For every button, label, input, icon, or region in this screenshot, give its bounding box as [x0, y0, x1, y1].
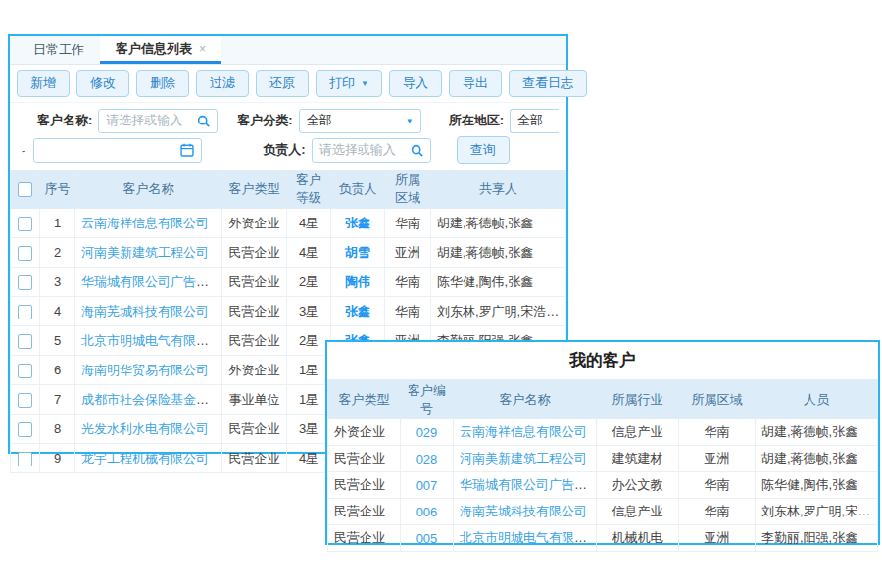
owner-link[interactable]: 胡雪: [345, 245, 370, 260]
import-button[interactable]: 导入: [389, 70, 442, 97]
table-header-row: 序号客户名称客户类型客户等级负责人所属区域共享人: [11, 171, 566, 209]
cell-people: 胡建,蒋德帧,张鑫: [756, 446, 878, 472]
row-checkbox[interactable]: [18, 422, 32, 437]
print-button[interactable]: 打印 ▼: [316, 70, 382, 97]
customer-name-link[interactable]: 海南明华贸易有限公司: [81, 363, 209, 377]
customer-name-link[interactable]: 云南海祥信息有限公司: [460, 424, 587, 439]
cell-type: 民营企业: [222, 297, 287, 326]
customer-name-link[interactable]: 海南芜城科技有限公司: [81, 304, 209, 318]
customer-name-link[interactable]: 成都市社会保险基金管理...: [81, 392, 222, 407]
column-header: 客户类型: [328, 380, 401, 419]
table-row: 民营企业006海南芜城科技有限公司信息产业华南刘东林,罗广明,宋浩然,...: [328, 499, 878, 525]
customer-name-link[interactable]: 北京市明城电气有限公司: [460, 530, 597, 545]
view-log-button[interactable]: 查看日志: [509, 70, 587, 97]
region-select[interactable]: 全部: [510, 109, 559, 133]
cell-name: 云南海祥信息有限公司: [75, 209, 222, 238]
row-checkbox[interactable]: [18, 305, 32, 319]
owner-link[interactable]: 张鑫: [345, 304, 370, 318]
customer-name-input[interactable]: 请选择或输入: [98, 109, 218, 133]
search-icon[interactable]: [197, 115, 210, 127]
customer-category-select[interactable]: 全部 ▼: [299, 109, 421, 133]
tab-label: 日常工作: [33, 41, 84, 59]
cell-region: 亚洲: [679, 446, 756, 472]
customer-name-link[interactable]: 海南芜城科技有限公司: [460, 504, 587, 518]
customer-name-link[interactable]: 华瑞城有限公司广告设计部: [81, 274, 222, 289]
table-row: 外资企业029云南海祥信息有限公司信息产业华南胡建,蒋德帧,张鑫: [328, 419, 878, 446]
close-icon[interactable]: ×: [199, 43, 206, 55]
query-button[interactable]: 查询: [457, 136, 510, 164]
cell-type: 民营企业: [328, 472, 401, 499]
customer-code-link[interactable]: 006: [416, 505, 438, 519]
column-header: 所属行业: [597, 380, 679, 419]
select-all-checkbox[interactable]: [18, 182, 32, 197]
customer-code-link[interactable]: 029: [416, 425, 438, 440]
table-row: 民营企业005北京市明城电气有限公司机械机电亚洲李勤丽,阳强,张鑫: [328, 525, 878, 552]
row-checkbox[interactable]: [18, 452, 32, 466]
cell-shared: 胡建,蒋德帧,张鑫: [431, 238, 566, 268]
cell-people: 刘东林,罗广明,宋浩然,...: [756, 499, 878, 525]
row-checkbox[interactable]: [18, 334, 32, 349]
cell-name: 河南美新建筑工程公司: [454, 446, 597, 472]
cell-industry: 机械机电: [597, 525, 679, 552]
customer-name-link[interactable]: 龙宇工程机械有限公司: [81, 451, 209, 466]
filter-button[interactable]: 过滤: [196, 70, 249, 97]
checkbox-cell: [11, 385, 40, 415]
cell-people: 胡建,蒋德帧,张鑫: [756, 419, 878, 446]
owner-input[interactable]: 请选择或输入: [312, 138, 431, 163]
row-checkbox[interactable]: [18, 393, 32, 408]
table-row: 4海南芜城科技有限公司民营企业3星张鑫华南刘东林,罗广明,宋浩然,张鑫: [11, 297, 566, 326]
tab-daily-work[interactable]: 日常工作: [18, 36, 100, 64]
chevron-down-icon: ▼: [406, 117, 414, 125]
delete-button[interactable]: 删除: [136, 70, 189, 97]
edit-button[interactable]: 修改: [76, 70, 129, 97]
column-header: 负责人: [331, 171, 385, 209]
row-checkbox[interactable]: [18, 246, 32, 261]
cell-industry: 办公文教: [597, 472, 679, 499]
cell-industry: 信息产业: [597, 419, 679, 446]
customer-name-link[interactable]: 河南美新建筑工程公司: [81, 245, 209, 260]
customer-code-link[interactable]: 005: [416, 531, 438, 546]
cell-owner: 张鑫: [331, 297, 385, 326]
my-customers-window: 我的客户 客户类型客户编号客户名称所属行业所属区域人员 外资企业029云南海祥信…: [325, 340, 880, 545]
date-input[interactable]: [33, 138, 202, 163]
row-checkbox[interactable]: [18, 275, 32, 290]
cell-level: 1星: [287, 385, 331, 415]
cell-level: 1星: [287, 356, 331, 385]
cell-seq: 5: [40, 326, 75, 356]
cell-name: 华瑞城有限公司广告设计部: [75, 268, 222, 297]
customer-name-link[interactable]: 北京市明城电气有限公司: [81, 333, 221, 348]
cell-code: 029: [401, 419, 454, 446]
cell-level: 4星: [287, 444, 331, 473]
customer-code-link[interactable]: 007: [416, 478, 438, 493]
tab-customer-info-list[interactable]: 客户信息列表 ×: [100, 36, 221, 64]
row-checkbox[interactable]: [18, 217, 32, 231]
cell-type: 民营企业: [328, 446, 401, 472]
cell-level: 2星: [287, 326, 331, 356]
my-customers-table-body: 外资企业029云南海祥信息有限公司信息产业华南胡建,蒋德帧,张鑫民营企业028河…: [328, 419, 878, 552]
calendar-icon[interactable]: [180, 143, 194, 157]
customer-code-link[interactable]: 028: [416, 452, 438, 466]
owner-link[interactable]: 陶伟: [345, 274, 370, 289]
row-checkbox[interactable]: [18, 364, 32, 378]
export-button[interactable]: 导出: [449, 70, 502, 97]
cell-region: 华南: [385, 297, 431, 326]
customer-name-label: 客户名称:: [37, 112, 92, 129]
customer-name-link[interactable]: 光发水利水电有限公司: [81, 421, 209, 436]
customer-name-link[interactable]: 云南海祥信息有限公司: [81, 216, 209, 230]
cell-type: 民营企业: [222, 238, 287, 268]
select-all-header: [11, 171, 40, 209]
owner-link[interactable]: 张鑫: [345, 216, 370, 230]
cell-seq: 8: [40, 415, 75, 444]
table-row: 3华瑞城有限公司广告设计部民营企业2星陶伟华南陈华健,陶伟,张鑫: [11, 268, 566, 297]
customer-name-link[interactable]: 华瑞城有限公司广告设计部: [460, 477, 597, 492]
add-button[interactable]: 新增: [17, 70, 70, 97]
search-icon[interactable]: [411, 144, 423, 157]
filter-row-1: 客户名称: 请选择或输入 客户分类: 全部 ▼ 所在地区: 全部: [18, 106, 559, 135]
cell-name: 云南海祥信息有限公司: [454, 419, 597, 446]
cell-shared: 陈华健,陶伟,张鑫: [431, 268, 566, 297]
restore-button[interactable]: 还原: [256, 70, 309, 97]
cell-people: 陈华健,陶伟,张鑫: [756, 472, 878, 499]
cell-type: 外资企业: [328, 419, 401, 446]
checkbox-cell: [11, 356, 40, 385]
customer-name-link[interactable]: 河南美新建筑工程公司: [460, 451, 587, 466]
